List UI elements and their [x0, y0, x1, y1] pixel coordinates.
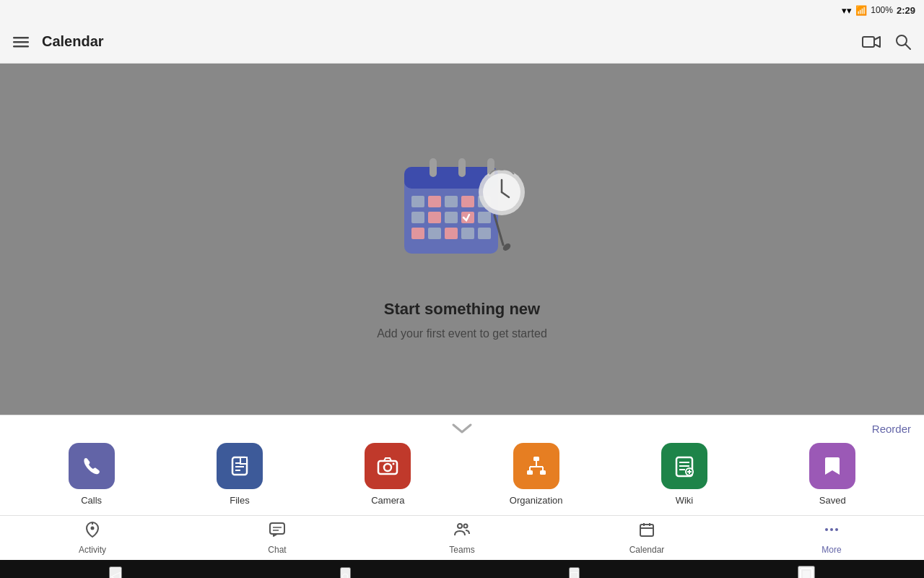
calls-label: Calls [81, 495, 102, 506]
empty-state-title: Start something new [384, 300, 540, 319]
svg-rect-25 [461, 228, 474, 239]
organization-icon [513, 443, 559, 489]
svg-rect-43 [540, 470, 546, 475]
files-label: Files [230, 495, 249, 506]
files-icon [217, 443, 263, 489]
svg-rect-38 [378, 461, 397, 474]
svg-point-66 [825, 528, 828, 531]
svg-rect-26 [478, 228, 491, 239]
android-nav-bar: ◁ ○ □ [0, 560, 924, 578]
svg-point-68 [835, 528, 838, 531]
organization-label: Organization [510, 495, 563, 506]
svg-point-61 [464, 525, 468, 528]
main-content: Start something new Add your first event… [0, 64, 924, 415]
svg-rect-42 [527, 470, 533, 475]
calls-icon [69, 443, 115, 489]
calendar-nav-icon [638, 521, 655, 543]
status-time: 2:29 [897, 5, 915, 16]
camera-label: Camera [371, 495, 404, 506]
svg-rect-10 [458, 158, 466, 177]
more-nav-label: More [821, 545, 841, 555]
empty-state-subtitle: Add your first event to get started [377, 327, 547, 340]
teams-nav-label: Teams [449, 545, 474, 555]
svg-rect-57 [270, 523, 284, 534]
svg-rect-15 [461, 196, 474, 207]
svg-rect-0 [13, 37, 29, 39]
nav-item-more[interactable]: More [739, 521, 924, 555]
svg-point-67 [830, 528, 833, 531]
wiki-label: Wiki [676, 495, 694, 506]
activity-nav-label: Activity [79, 545, 106, 555]
status-icons: ▾▾ 📶 100% 2:29 [842, 5, 915, 16]
svg-line-6 [906, 44, 911, 49]
signal-icon: 📶 [855, 5, 867, 16]
app-grid: Calls Files [0, 441, 924, 506]
drawer-handle-row: Reorder [0, 415, 924, 441]
top-bar-right [862, 34, 911, 50]
svg-rect-17 [411, 212, 424, 223]
more-nav-icon [823, 521, 840, 543]
activity-nav-icon [84, 521, 101, 543]
svg-rect-62 [640, 525, 653, 536]
svg-point-55 [91, 527, 95, 530]
drawer: Reorder Calls [0, 415, 924, 515]
app-item-saved[interactable]: Saved [796, 443, 868, 506]
svg-rect-3 [863, 37, 874, 47]
svg-rect-1 [13, 41, 29, 43]
status-bar: ▾▾ 📶 100% 2:29 [0, 0, 924, 20]
svg-rect-22 [411, 228, 424, 239]
svg-rect-14 [445, 196, 458, 207]
saved-label: Saved [819, 495, 846, 506]
svg-point-40 [393, 462, 395, 465]
home-button[interactable]: ○ [340, 567, 351, 579]
chat-nav-label: Chat [268, 545, 286, 555]
camera-icon [365, 443, 411, 489]
svg-rect-2 [13, 46, 29, 48]
search-button[interactable] [895, 34, 911, 50]
app-item-organization[interactable]: Organization [500, 443, 572, 506]
bottom-nav: Activity Chat Teams [0, 515, 924, 560]
calendar-illustration [383, 138, 541, 282]
nav-item-calendar[interactable]: Calendar [554, 521, 739, 555]
video-button[interactable] [862, 35, 881, 49]
nav-item-teams[interactable]: Teams [370, 521, 554, 555]
nav-item-activity[interactable]: Activity [0, 521, 185, 555]
wifi-icon: ▾▾ [842, 5, 852, 16]
svg-rect-21 [478, 212, 491, 223]
calendar-nav-label: Calendar [629, 545, 665, 555]
svg-point-39 [384, 464, 391, 471]
reorder-button[interactable]: Reorder [872, 423, 911, 435]
svg-rect-13 [428, 196, 441, 207]
svg-point-60 [458, 524, 462, 528]
svg-rect-70 [803, 571, 810, 578]
svg-rect-9 [430, 158, 437, 177]
svg-rect-37 [240, 457, 247, 464]
chat-nav-icon [269, 521, 286, 543]
svg-rect-24 [445, 228, 458, 239]
app-item-calls[interactable]: Calls [56, 443, 128, 506]
svg-rect-41 [533, 457, 539, 461]
app-item-camera[interactable]: Camera [352, 443, 424, 506]
top-bar-left: Calendar [13, 33, 104, 50]
recents-button[interactable]: □ [569, 567, 580, 579]
drawer-chevron[interactable] [0, 415, 924, 441]
back-button[interactable]: ◁ [109, 566, 122, 578]
battery-text: 100% [871, 5, 893, 15]
app-item-wiki[interactable]: Wiki [648, 443, 720, 506]
svg-marker-4 [874, 37, 880, 47]
nav-item-chat[interactable]: Chat [185, 521, 370, 555]
page-title: Calendar [42, 33, 104, 50]
saved-icon [809, 443, 855, 489]
wiki-icon [661, 443, 707, 489]
svg-rect-12 [411, 196, 424, 207]
svg-rect-18 [428, 212, 441, 223]
svg-rect-19 [445, 212, 458, 223]
menu-button[interactable] [13, 34, 29, 50]
app-item-files[interactable]: Files [204, 443, 276, 506]
screenshot-button[interactable] [798, 566, 815, 579]
teams-nav-icon [453, 521, 471, 543]
svg-rect-23 [428, 228, 441, 239]
top-bar: Calendar [0, 20, 924, 64]
